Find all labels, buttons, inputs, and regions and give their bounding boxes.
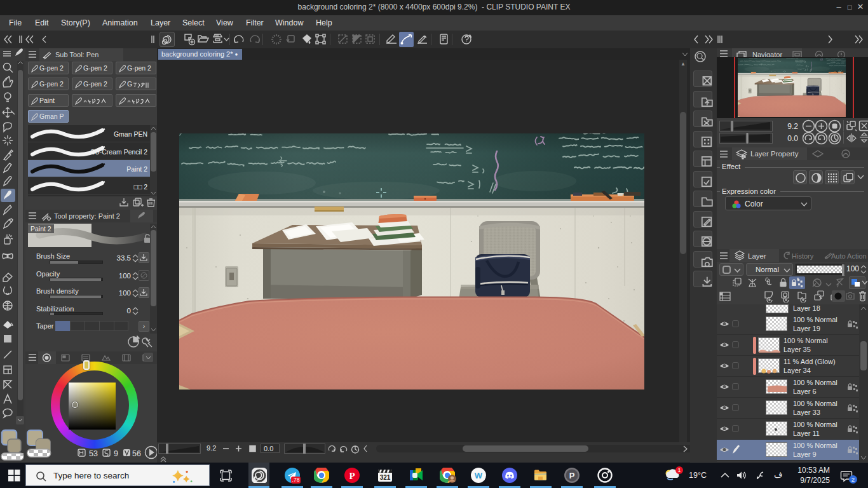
svg-text:W: W (475, 471, 483, 480)
svg-text:9: 9 (114, 449, 118, 458)
svg-text:P: P (569, 471, 575, 480)
svg-text:P: P (349, 471, 355, 481)
svg-text:53: 53 (89, 449, 98, 458)
svg-text:321: 321 (380, 474, 391, 481)
svg-text:56: 56 (132, 449, 141, 458)
